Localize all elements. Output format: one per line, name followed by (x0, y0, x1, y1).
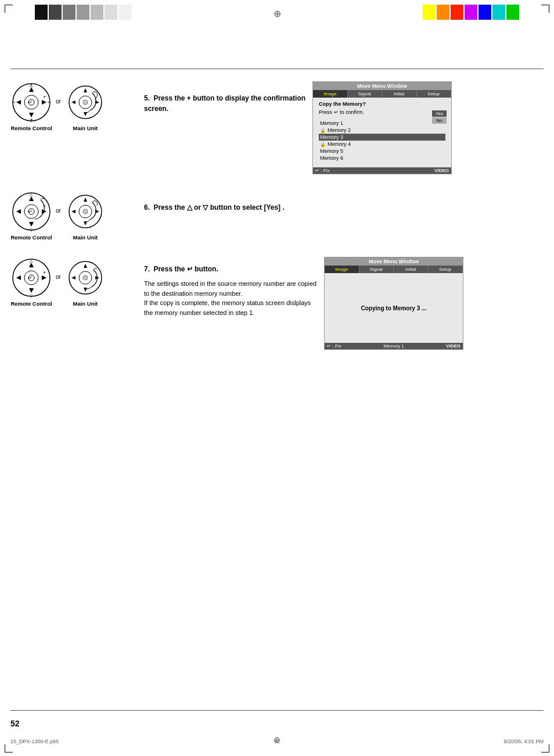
svg-marker-4 (29, 113, 34, 117)
remote-label-6: Remote Control (10, 234, 52, 241)
crosshair-bottom: ⊕ (274, 735, 280, 744)
svg-point-18 (83, 100, 88, 105)
remote-wrap-5: + − △ ▽ ↵ Remote Control (10, 81, 52, 131)
color-bar-r6 (492, 5, 505, 20)
memory-item-1: Memory 1 (319, 120, 445, 127)
unit-label-6: Main Unit (73, 234, 98, 241)
remote-wrap-7: + − △ ▽ ↵ Remote Control (10, 257, 52, 307)
menu-title-2: Move Menu Window (325, 257, 463, 266)
color-bar-4 (77, 5, 89, 20)
or-text-6: or (56, 207, 61, 214)
main-unit-icon-6 (64, 191, 106, 232)
svg-text:−: − (17, 275, 20, 281)
corner-br (541, 744, 549, 753)
color-bar-r4 (465, 5, 477, 20)
svg-point-37 (83, 209, 88, 214)
unit-label-5: Main Unit (73, 125, 98, 131)
menu-press-text: Press ↵ to confirm. (319, 109, 445, 115)
svg-marker-26 (29, 196, 34, 201)
svg-text:+: + (43, 270, 46, 275)
or-text-5: or (56, 98, 61, 105)
devices-area-7: + − △ ▽ ↵ Remote Control or (10, 257, 138, 307)
menu-body-1: Copy the Memory? Press ↵ to confirm. Yes… (313, 98, 451, 167)
svg-marker-48 (42, 275, 46, 280)
page-number: 52 (10, 719, 20, 728)
svg-marker-46 (29, 288, 34, 293)
menu-tabs-1: Image Signal Initial Setup (313, 90, 451, 98)
step-num-6: 6. (144, 203, 150, 212)
unit-wrap-6: Main Unit (64, 191, 106, 241)
footer-left: 15_DPX-1300-E.p65 (10, 739, 59, 744)
menu-footer-right-2: VIDEO (446, 343, 461, 349)
svg-marker-58 (84, 288, 87, 292)
remote-wrap-6: + − △ ▽ ↵ Remote Control (10, 191, 52, 241)
svg-marker-3 (29, 87, 34, 92)
svg-text:−: − (17, 99, 20, 105)
instruction-row-7: + − △ ▽ ↵ Remote Control or (10, 257, 544, 350)
instruction-text-7: 7. Press the ↵ button. The settings stor… (144, 257, 318, 317)
remote-label-5: Remote Control (10, 125, 52, 131)
menu-body-2: Copying to Memory 3 ... (325, 273, 463, 343)
svg-text:↵: ↵ (28, 209, 33, 214)
menu-footer-1: ↵ - Fix VIDEO (313, 167, 451, 174)
main-unit-icon-5 (64, 81, 106, 123)
menu-yes-no: Yes No (432, 110, 447, 124)
sub-text-7: The settings stored in the source memory… (144, 279, 318, 317)
menu-yes: Yes (432, 110, 447, 117)
main-instruction-5: Press the + button to display the confir… (144, 94, 305, 113)
corner-tr (541, 5, 549, 13)
crosshair-top: ⊕ (274, 8, 281, 19)
instruction-text-5: 5. Press the + button to display the con… (144, 81, 307, 114)
color-bar-6 (105, 5, 117, 20)
memory-item-6: Memory 6 (319, 155, 445, 162)
menu-title-1: Move Menu Window (313, 82, 451, 90)
menu-footer-left-2: ↵ - Fix (327, 343, 341, 349)
top-bar: ⊕ (0, 0, 554, 35)
menu-window-1: Move Menu Window Image Signal Initial Se… (312, 81, 452, 174)
menu-tabs-2: Image Signal Initial Setup (325, 266, 463, 273)
memory-item-5: Memory 5 (319, 148, 445, 155)
instruction-text-6: 6. Press the △ or ▽ button to select [Ye… (144, 191, 307, 213)
svg-text:↵: ↵ (28, 275, 33, 281)
svg-marker-40 (71, 210, 75, 213)
svg-text:−: − (17, 209, 20, 214)
svg-marker-19 (84, 88, 87, 92)
unit-label-7: Main Unit (73, 300, 98, 307)
memory-item-3: Memory 3 (319, 134, 445, 141)
or-text-7: or (56, 274, 61, 280)
color-bars-left (35, 5, 131, 20)
memory-item-4: 🔒Memory 4 (319, 141, 445, 148)
menu-tab-setup-2: Setup (429, 266, 463, 273)
instruction-row-6: + − △ ▽ ↵ Remote Control or (10, 191, 544, 241)
color-bar-7 (118, 5, 131, 20)
menu-memory-list-1: Memory 1 🔒Memory 2 Memory 3 🔒Memory 4 Me… (319, 120, 445, 162)
memory-item-2: 🔒Memory 2 (319, 127, 445, 134)
svg-marker-39 (84, 221, 87, 225)
top-rule (10, 69, 544, 69)
step-num-7: 7. (144, 265, 150, 273)
color-bar-r1 (423, 5, 436, 20)
menu-tab-signal-1: Signal (348, 90, 383, 98)
main-unit-icon-7 (64, 257, 106, 299)
color-bar-r5 (479, 5, 491, 20)
menu-tab-signal-2: Signal (359, 266, 394, 273)
svg-text:↵: ↵ (28, 99, 33, 105)
unit-wrap-5: Main Unit (64, 81, 106, 131)
svg-marker-22 (95, 101, 99, 104)
menu-footer-right-1: VIDEO (434, 168, 449, 173)
menu-tab-initial-2: Initial (394, 266, 429, 273)
svg-marker-21 (71, 101, 75, 104)
svg-point-56 (83, 275, 88, 280)
svg-marker-59 (71, 276, 75, 280)
svg-marker-38 (84, 198, 87, 202)
remote-control-icon-6: + − △ ▽ ↵ (10, 191, 52, 232)
svg-marker-20 (84, 112, 87, 116)
corner-bl (5, 744, 13, 753)
menu-window-2: Move Menu Window Image Signal Initial Se… (324, 257, 463, 350)
devices-area-5: + − △ ▽ ↵ Remote Control (10, 81, 138, 131)
svg-marker-57 (84, 264, 87, 268)
menu-no: No (432, 117, 447, 124)
svg-marker-45 (29, 263, 34, 267)
main-instruction-7: Press the ↵ button. (153, 265, 218, 273)
footer-right: 9/20/05, 4:01 PM (503, 739, 544, 744)
